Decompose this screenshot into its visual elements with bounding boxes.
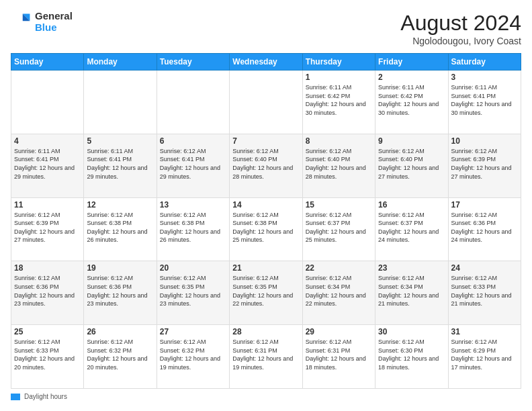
day-info: Sunrise: 6:11 AM Sunset: 6:42 PM Dayligh…: [306, 83, 372, 117]
day-number: 23: [378, 263, 445, 273]
day-number: 26: [87, 327, 153, 336]
calendar-cell: 8Sunrise: 6:12 AM Sunset: 6:40 PM Daylig…: [302, 134, 375, 197]
day-number: 15: [306, 200, 372, 210]
month-title: August 2024: [400, 11, 521, 36]
day-number: 31: [451, 327, 518, 336]
logo: General Blue: [11, 11, 73, 33]
logo-general: General: [35, 11, 73, 22]
day-info: Sunrise: 6:12 AM Sunset: 6:39 PM Dayligh…: [14, 211, 81, 244]
day-number: 11: [14, 200, 81, 210]
calendar-week-row: 11Sunrise: 6:12 AM Sunset: 6:39 PM Dayli…: [11, 197, 521, 261]
calendar-cell: 2Sunrise: 6:11 AM Sunset: 6:42 PM Daylig…: [375, 71, 448, 134]
day-number: 14: [232, 200, 299, 210]
day-number: 1: [306, 73, 372, 82]
day-info: Sunrise: 6:12 AM Sunset: 6:38 PM Dayligh…: [160, 211, 226, 244]
calendar-cell: 13Sunrise: 6:12 AM Sunset: 6:38 PM Dayli…: [157, 197, 229, 261]
calendar-cell: 14Sunrise: 6:12 AM Sunset: 6:38 PM Dayli…: [230, 197, 302, 261]
day-info: Sunrise: 6:12 AM Sunset: 6:31 PM Dayligh…: [306, 338, 372, 371]
day-number: 13: [160, 200, 226, 210]
day-number: 8: [306, 136, 372, 146]
calendar-cell: 9Sunrise: 6:12 AM Sunset: 6:40 PM Daylig…: [375, 134, 448, 197]
col-header-thursday: Thursday: [302, 54, 375, 71]
day-info: Sunrise: 6:11 AM Sunset: 6:42 PM Dayligh…: [378, 83, 445, 117]
calendar-cell: 30Sunrise: 6:12 AM Sunset: 6:30 PM Dayli…: [375, 325, 448, 389]
day-info: Sunrise: 6:12 AM Sunset: 6:31 PM Dayligh…: [232, 338, 299, 371]
calendar-cell: 22Sunrise: 6:12 AM Sunset: 6:34 PM Dayli…: [302, 261, 375, 325]
day-number: 12: [87, 200, 153, 210]
day-number: 20: [160, 263, 226, 273]
calendar-cell: 25Sunrise: 6:12 AM Sunset: 6:33 PM Dayli…: [11, 325, 84, 389]
day-number: 4: [14, 136, 81, 146]
calendar-cell: 18Sunrise: 6:12 AM Sunset: 6:36 PM Dayli…: [11, 261, 84, 325]
calendar-header-row: SundayMondayTuesdayWednesdayThursdayFrid…: [11, 54, 521, 71]
header: General Blue August 2024 Ngolodougou, Iv…: [11, 11, 521, 46]
calendar-cell: 23Sunrise: 6:12 AM Sunset: 6:34 PM Dayli…: [375, 261, 448, 325]
day-number: 9: [378, 136, 445, 146]
day-info: Sunrise: 6:12 AM Sunset: 6:37 PM Dayligh…: [306, 211, 372, 244]
calendar-cell: 4Sunrise: 6:11 AM Sunset: 6:41 PM Daylig…: [11, 134, 84, 197]
logo-text: General Blue: [35, 11, 73, 33]
calendar-cell: 5Sunrise: 6:11 AM Sunset: 6:41 PM Daylig…: [84, 134, 157, 197]
day-info: Sunrise: 6:12 AM Sunset: 6:40 PM Dayligh…: [378, 147, 445, 181]
col-header-tuesday: Tuesday: [157, 54, 229, 71]
day-info: Sunrise: 6:12 AM Sunset: 6:36 PM Dayligh…: [451, 211, 518, 244]
calendar-cell: 6Sunrise: 6:12 AM Sunset: 6:41 PM Daylig…: [157, 134, 229, 197]
calendar-cell: 10Sunrise: 6:12 AM Sunset: 6:39 PM Dayli…: [448, 134, 521, 197]
day-number: 7: [232, 136, 299, 146]
calendar-cell: 24Sunrise: 6:12 AM Sunset: 6:33 PM Dayli…: [448, 261, 521, 325]
day-info: Sunrise: 6:12 AM Sunset: 6:34 PM Dayligh…: [378, 274, 445, 308]
calendar-cell: 27Sunrise: 6:12 AM Sunset: 6:32 PM Dayli…: [157, 325, 229, 389]
day-info: Sunrise: 6:11 AM Sunset: 6:41 PM Dayligh…: [14, 147, 81, 181]
col-header-sunday: Sunday: [11, 54, 84, 71]
legend-label: Daylight hours: [24, 393, 67, 400]
day-info: Sunrise: 6:12 AM Sunset: 6:32 PM Dayligh…: [160, 338, 226, 371]
calendar-week-row: 18Sunrise: 6:12 AM Sunset: 6:36 PM Dayli…: [11, 261, 521, 325]
day-info: Sunrise: 6:11 AM Sunset: 6:41 PM Dayligh…: [451, 83, 518, 117]
calendar-cell: 3Sunrise: 6:11 AM Sunset: 6:41 PM Daylig…: [448, 71, 521, 134]
day-number: 24: [451, 263, 518, 273]
page: General Blue August 2024 Ngolodougou, Iv…: [0, 0, 532, 411]
day-number: 27: [160, 327, 226, 336]
calendar-cell: 16Sunrise: 6:12 AM Sunset: 6:37 PM Dayli…: [375, 197, 448, 261]
calendar-cell: 17Sunrise: 6:12 AM Sunset: 6:36 PM Dayli…: [448, 197, 521, 261]
day-number: 6: [160, 136, 226, 146]
calendar-week-row: 4Sunrise: 6:11 AM Sunset: 6:41 PM Daylig…: [11, 134, 521, 197]
calendar-cell: 26Sunrise: 6:12 AM Sunset: 6:32 PM Dayli…: [84, 325, 157, 389]
calendar-cell: 20Sunrise: 6:12 AM Sunset: 6:35 PM Dayli…: [157, 261, 229, 325]
day-info: Sunrise: 6:12 AM Sunset: 6:36 PM Dayligh…: [87, 274, 153, 308]
col-header-monday: Monday: [84, 54, 157, 71]
day-number: 10: [451, 136, 518, 146]
calendar-cell: 19Sunrise: 6:12 AM Sunset: 6:36 PM Dayli…: [84, 261, 157, 325]
day-info: Sunrise: 6:12 AM Sunset: 6:38 PM Dayligh…: [232, 211, 299, 244]
day-info: Sunrise: 6:12 AM Sunset: 6:41 PM Dayligh…: [160, 147, 226, 181]
day-number: 2: [378, 73, 445, 82]
day-info: Sunrise: 6:12 AM Sunset: 6:29 PM Dayligh…: [451, 338, 518, 371]
day-info: Sunrise: 6:12 AM Sunset: 6:33 PM Dayligh…: [14, 338, 81, 371]
calendar-cell: 1Sunrise: 6:11 AM Sunset: 6:42 PM Daylig…: [302, 71, 375, 134]
day-number: 17: [451, 200, 518, 210]
calendar-cell: [157, 71, 229, 134]
calendar-cell: 12Sunrise: 6:12 AM Sunset: 6:38 PM Dayli…: [84, 197, 157, 261]
day-info: Sunrise: 6:12 AM Sunset: 6:35 PM Dayligh…: [232, 274, 299, 308]
day-number: 22: [306, 263, 372, 273]
day-info: Sunrise: 6:12 AM Sunset: 6:36 PM Dayligh…: [14, 274, 81, 308]
calendar-cell: 7Sunrise: 6:12 AM Sunset: 6:40 PM Daylig…: [230, 134, 302, 197]
calendar-cell: [230, 71, 302, 134]
day-info: Sunrise: 6:12 AM Sunset: 6:30 PM Dayligh…: [378, 338, 445, 371]
col-header-saturday: Saturday: [448, 54, 521, 71]
day-number: 29: [306, 327, 372, 336]
logo-blue: Blue: [35, 22, 73, 34]
day-number: 18: [14, 263, 81, 273]
calendar-cell: [84, 71, 157, 134]
day-info: Sunrise: 6:12 AM Sunset: 6:35 PM Dayligh…: [160, 274, 226, 308]
day-info: Sunrise: 6:12 AM Sunset: 6:32 PM Dayligh…: [87, 338, 153, 371]
calendar-cell: 11Sunrise: 6:12 AM Sunset: 6:39 PM Dayli…: [11, 197, 84, 261]
day-info: Sunrise: 6:12 AM Sunset: 6:37 PM Dayligh…: [378, 211, 445, 244]
day-number: 30: [378, 327, 445, 336]
calendar-cell: 28Sunrise: 6:12 AM Sunset: 6:31 PM Dayli…: [230, 325, 302, 389]
day-info: Sunrise: 6:12 AM Sunset: 6:40 PM Dayligh…: [306, 147, 372, 181]
calendar-cell: 15Sunrise: 6:12 AM Sunset: 6:37 PM Dayli…: [302, 197, 375, 261]
title-block: August 2024 Ngolodougou, Ivory Coast: [400, 11, 521, 46]
day-number: 25: [14, 327, 81, 336]
logo-icon: [11, 11, 32, 33]
